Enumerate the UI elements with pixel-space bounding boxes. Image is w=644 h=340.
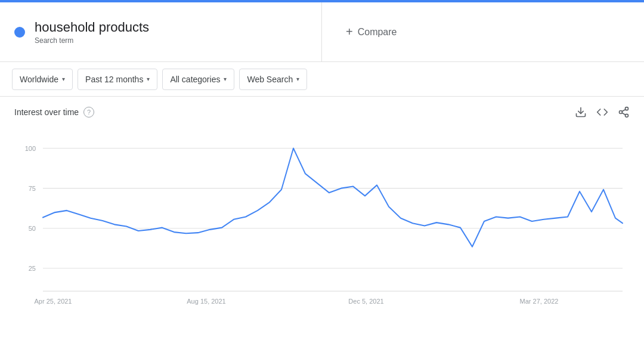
svg-text:75: 75: [29, 185, 36, 192]
chart-title-group: Interest over time ?: [14, 107, 94, 118]
chart-title: Interest over time: [14, 107, 79, 117]
filter-allcategories[interactable]: All categories ▾: [162, 69, 234, 90]
chevron-down-icon: ▾: [62, 76, 65, 82]
chart-header: Interest over time ?: [14, 106, 630, 118]
search-term-title: household products: [35, 20, 149, 35]
filter-allcategories-label: All categories: [170, 75, 220, 84]
filter-past12months[interactable]: Past 12 months ▾: [78, 69, 157, 90]
svg-text:Mar 27, 2022: Mar 27, 2022: [520, 298, 559, 305]
svg-text:100: 100: [25, 145, 36, 152]
chevron-down-icon: ▾: [147, 76, 150, 82]
filter-websearch[interactable]: Web Search ▾: [239, 69, 307, 90]
filter-websearch-label: Web Search: [247, 75, 293, 84]
svg-text:Apr 25, 2021: Apr 25, 2021: [35, 298, 72, 305]
help-icon-label: ?: [87, 109, 91, 116]
filter-past12months-label: Past 12 months: [85, 75, 143, 84]
help-icon[interactable]: ?: [83, 107, 94, 118]
chart-container: 100 75 50 25 Apr 25, 2021 Aug 15, 2021: [14, 123, 630, 320]
embed-icon[interactable]: [596, 106, 608, 118]
filter-worldwide-label: Worldwide: [20, 75, 58, 84]
chart-actions: [575, 106, 630, 118]
svg-line-5: [622, 109, 626, 111]
search-term-section: household products Search term: [0, 2, 322, 61]
share-icon[interactable]: [618, 106, 630, 118]
trend-chart: 100 75 50 25 Apr 25, 2021 Aug 15, 2021: [14, 123, 630, 320]
svg-line-4: [622, 113, 626, 115]
filters-bar: Worldwide ▾ Past 12 months ▾ All categor…: [0, 62, 644, 97]
chevron-down-icon: ▾: [224, 76, 227, 82]
svg-text:25: 25: [29, 265, 36, 272]
svg-text:50: 50: [29, 225, 36, 232]
header: household products Search term + Compare: [0, 2, 644, 62]
search-term-label: Search term: [35, 36, 149, 45]
search-term-text: household products Search term: [35, 20, 149, 45]
chart-section: Interest over time ?: [0, 97, 644, 324]
content: Interest over time ?: [0, 97, 644, 324]
chevron-down-icon: ▾: [296, 76, 299, 82]
compare-label: Compare: [358, 27, 397, 38]
svg-text:Dec 5, 2021: Dec 5, 2021: [348, 298, 383, 305]
filter-worldwide[interactable]: Worldwide ▾: [12, 69, 73, 90]
compare-plus-icon: +: [346, 25, 353, 39]
compare-button[interactable]: + Compare: [346, 25, 397, 39]
download-icon[interactable]: [575, 106, 587, 118]
search-dot: [14, 27, 25, 38]
svg-text:Aug 15, 2021: Aug 15, 2021: [187, 298, 225, 305]
compare-section: + Compare: [322, 2, 644, 61]
